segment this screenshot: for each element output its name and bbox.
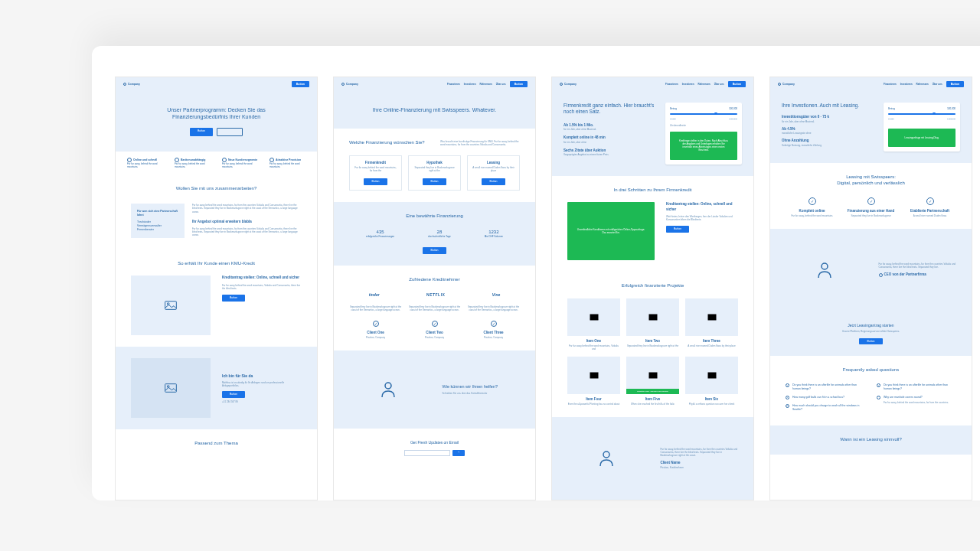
projects-section: Erfolgreich finanzierte Projekte Item On… xyxy=(552,272,753,417)
image-placeholder xyxy=(567,298,620,336)
wireframe-firmenkredit: Company Finanzieren Investieren Referenz… xyxy=(551,77,754,500)
svg-point-4 xyxy=(385,383,391,389)
hero: Unser Partnerprogramm: Decken Sie das Fi… xyxy=(116,91,317,152)
leasing-cta: Jetzt Leasingantrag starten Unsere Platt… xyxy=(770,311,972,357)
hero-primary-button[interactable]: Button xyxy=(190,128,213,136)
collab-title: Wollen Sie mit uns zusammenarbeiten? xyxy=(131,186,302,192)
hero-secondary-button[interactable] xyxy=(217,128,243,136)
nav-cta-button[interactable]: Button xyxy=(292,81,309,87)
contact-image xyxy=(131,358,211,418)
brand-logo[interactable]: Company xyxy=(123,83,140,86)
loan-calculator[interactable]: Betrag500,000 10,0001,000,000 Zinsbrandb… xyxy=(665,103,742,165)
step-greenbox: Unverbindliche Konditionen mit erfolgrei… xyxy=(567,202,655,260)
hero-title: Unser Partnerprogramm: Decken Sie das Fi… xyxy=(146,106,286,120)
steps-section: In drei Schritten zu Ihrem Firmenkredit … xyxy=(552,176,753,272)
kmu-section: So erhält Ihr Kunde einen KMU-Kredit Kre… xyxy=(116,249,317,347)
help-section: Wie können wir Ihnen helfen? Schreiben S… xyxy=(334,350,535,429)
digital-section: Leasing mit Swisspeers: Digital, persönl… xyxy=(770,163,972,229)
header: Company Button xyxy=(116,77,317,91)
cta-greenbox[interactable]: Kreditrage stellen in den Daten. Nach Ab… xyxy=(670,132,737,160)
wireframe-leasing: Company Finanzieren Investieren Referenz… xyxy=(769,77,972,500)
avatar-icon xyxy=(373,321,379,327)
brand-logo[interactable]: Company xyxy=(341,83,358,86)
svg-rect-2 xyxy=(165,384,177,393)
wireframe-gallery: Company Button Unser Partnerprogramm: De… xyxy=(92,46,980,500)
choose-section: Welche Finanzierung wünschen Sie? Was br… xyxy=(334,129,535,202)
svg-rect-0 xyxy=(165,302,177,310)
contact-button[interactable]: Button xyxy=(222,391,245,398)
collab-section: Wollen Sie mit uns zusammenarbeiten? Für… xyxy=(116,174,317,249)
check-icon xyxy=(808,197,816,205)
testimonials-section: Zufriedene Kreditnehmer tinder NETFLIX V… xyxy=(334,266,535,350)
svg-point-12 xyxy=(822,263,828,269)
wireframe-financing: Company Finanzieren Investieren Referenz… xyxy=(333,77,536,500)
amount-slider[interactable] xyxy=(670,113,737,115)
proven-section: Eine bewährte Finanzierung 435erfolgreic… xyxy=(334,202,535,266)
leasing-calculator[interactable]: Betrag500,000 10,0001,000,000 Leasinganf… xyxy=(884,103,960,152)
kmu-button[interactable]: Button xyxy=(222,295,245,302)
wireframe-partner: Company Button Unser Partnerprogramm: De… xyxy=(115,77,318,500)
plus-icon: + xyxy=(786,383,789,387)
partnership-card: Für wen sich eine Partnerschaft lohnt Tr… xyxy=(131,204,185,237)
contact-section: Ich bin für Sie da Matthias ist zuständi… xyxy=(116,347,317,429)
svg-point-11 xyxy=(603,452,609,458)
faq-section: Frequently asked questions +Do you think… xyxy=(770,356,972,425)
image-placeholder xyxy=(131,276,211,335)
